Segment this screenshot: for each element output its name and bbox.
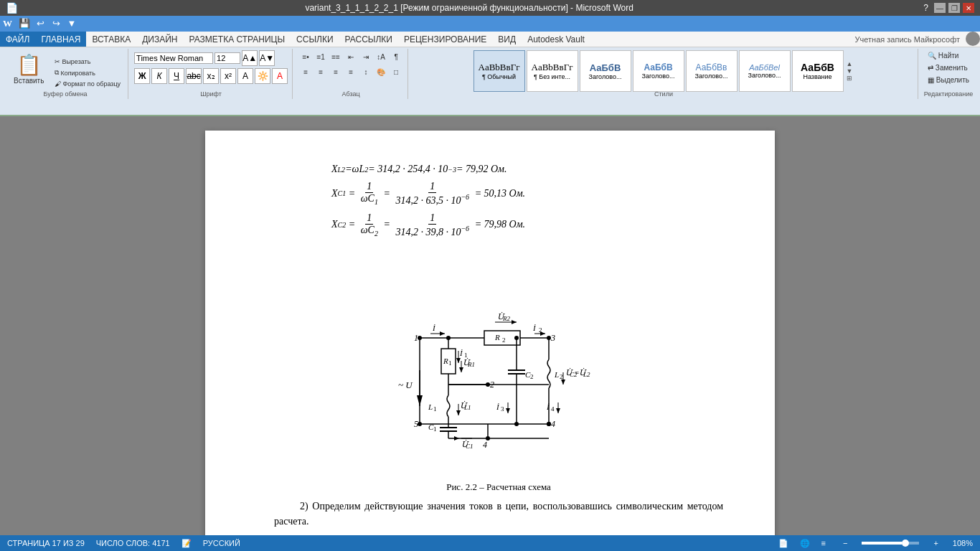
equation-xc1: XC1 = 1 ωC1 = 1 314,2 · 63,5 · 10−6 = 50… (331, 181, 723, 207)
underline-button[interactable]: Ч (169, 68, 184, 84)
select-button[interactable]: ▦ Выделить (924, 75, 973, 85)
menu-insert[interactable]: ВСТАВКА (86, 32, 136, 47)
menu-references[interactable]: ССЫЛКИ (291, 32, 339, 47)
sort-button[interactable]: ↕A (374, 50, 388, 63)
redo-button[interactable]: ↪ (50, 17, 62, 30)
svg-text:1: 1 (448, 359, 452, 367)
numbering-button[interactable]: ≡1 (314, 50, 328, 63)
bullets-button[interactable]: ≡• (298, 50, 313, 63)
italic-button[interactable]: К (151, 68, 167, 84)
save-button[interactable]: 💾 (18, 17, 31, 30)
undo-button[interactable]: ↩ (34, 17, 47, 30)
word-count[interactable]: ЧИСЛО СЛОВ: 4171 (96, 539, 170, 547)
menu-home[interactable]: ГЛАВНАЯ (35, 32, 86, 47)
svg-text:4: 4 (483, 440, 487, 450)
language[interactable]: РУССКИЙ (203, 539, 240, 547)
view-outline-button[interactable]: ≡ (821, 539, 826, 547)
svg-text:L1: L1 (463, 404, 471, 411)
svg-text:2: 2 (539, 326, 542, 334)
menu-view[interactable]: ВИД (492, 32, 522, 47)
close-button[interactable]: ✕ (963, 3, 974, 13)
svg-marker-16 (440, 331, 445, 336)
borders-button[interactable]: □ (389, 65, 403, 78)
font-label: Шрифт (130, 90, 292, 98)
svg-marker-86 (561, 380, 565, 385)
equation-xl2: XL2 = ωL2 = 314,2 · 254,4 · 10−3 = 79,92… (331, 164, 723, 175)
font-name-input[interactable] (134, 52, 213, 64)
svg-marker-67 (454, 436, 459, 441)
account-avatar[interactable] (966, 32, 980, 46)
ribbon: 📋 Вставить ✂ Вырезать ⧉ Копировать 🖌 Фор… (0, 47, 980, 116)
equation-xc2: XC2 = 1 ωC2 = 1 314,2 · 39,8 · 10−6 = 79… (331, 212, 723, 238)
svg-text:2: 2 (502, 336, 506, 344)
justify-button[interactable]: ≡ (344, 65, 358, 78)
style-normal[interactable]: AaBbВвГг ¶ Обычный (473, 50, 525, 92)
text-effects-button[interactable]: A (237, 68, 253, 84)
style-title[interactable]: АаБбВ Название (792, 50, 844, 92)
style-heading3[interactable]: АаБбВв Заголово... (686, 50, 738, 92)
font-color-button[interactable]: A (272, 68, 288, 84)
style-no-spacing[interactable]: AaBbВвГг ¶ Без инте... (527, 50, 578, 92)
menu-file[interactable]: ФАЙЛ (0, 32, 35, 47)
style-heading4[interactable]: АаБбВel Заголово... (739, 50, 791, 92)
styles-group: AaBbВвГг ¶ Обычный AaBbВвГг ¶ Без инте..… (410, 49, 918, 99)
zoom-slider[interactable] (862, 542, 919, 545)
align-right-button[interactable]: ≡ (329, 65, 343, 78)
svg-text:C1: C1 (466, 443, 473, 450)
menu-autodesk[interactable]: Autodesk Vault (522, 32, 590, 47)
menu-design[interactable]: ДИЗАЙН (136, 32, 183, 47)
highlight-button[interactable]: 🔆 (255, 68, 270, 84)
menu-layout[interactable]: РАЗМЕТКА СТРАНИЦЫ (184, 32, 291, 47)
superscript-button[interactable]: x² (220, 68, 236, 84)
minimize-button[interactable]: — (934, 3, 946, 13)
copy-button[interactable]: ⧉ Копировать (52, 67, 123, 78)
replace-button[interactable]: ⇄ Заменить (924, 62, 973, 73)
subscript-button[interactable]: x₂ (203, 68, 219, 84)
style-heading1[interactable]: АаБбВ Заголово... (580, 50, 631, 92)
svg-text:L: L (428, 402, 433, 411)
style-heading2[interactable]: АаБбВ Заголово... (633, 50, 684, 92)
zoom-in-button[interactable]: + (933, 539, 938, 547)
align-left-button[interactable]: ≡ (298, 65, 313, 78)
zoom-level[interactable]: 108% (953, 539, 973, 547)
align-center-button[interactable]: ≡ (314, 65, 328, 78)
shading-button[interactable]: 🎨 (374, 65, 388, 78)
view-web-button[interactable]: 🌐 (800, 539, 810, 548)
view-print-button[interactable]: 📄 (778, 539, 788, 548)
help-button[interactable]: ? (920, 3, 931, 13)
decrease-font-button[interactable]: A▼ (259, 50, 275, 66)
svg-text:5: 5 (414, 419, 418, 429)
increase-font-button[interactable]: A▲ (242, 50, 258, 66)
find-button[interactable]: 🔍 Найти (924, 50, 973, 61)
svg-text:2: 2 (530, 373, 534, 380)
styles-label: Стили (410, 90, 918, 98)
customize-qat-button[interactable]: ▼ (65, 17, 78, 30)
svg-text:R: R (494, 333, 500, 342)
increase-indent-button[interactable]: ⇥ (359, 50, 373, 63)
zoom-out-button[interactable]: − (843, 539, 847, 547)
format-painter-button[interactable]: 🖌 Формат по образцу (52, 79, 123, 89)
line-spacing-button[interactable]: ↕ (359, 65, 373, 78)
word-icon: 📄 (6, 2, 18, 14)
restore-button[interactable]: ❐ (948, 3, 960, 13)
svg-text:R1: R1 (467, 361, 475, 368)
font-size-input[interactable] (215, 52, 240, 64)
page-info[interactable]: СТРАНИЦА 17 ИЗ 29 (7, 539, 85, 547)
menu-review[interactable]: РЕЦЕНЗИРОВАНИЕ (398, 32, 492, 47)
svg-text:İ: İ (496, 402, 500, 411)
decrease-indent-button[interactable]: ⇤ (344, 50, 358, 63)
editing-group: 🔍 Найти ⇄ Заменить ▦ Выделить Редактиров… (920, 49, 977, 99)
cut-button[interactable]: ✂ Вырезать (52, 57, 123, 67)
paste-icon: 📋 (17, 53, 42, 77)
strikethrough-button[interactable]: abc (186, 68, 202, 84)
styles-scroll-arrow[interactable]: ▲ ▼ ⊞ (845, 59, 854, 83)
svg-text:4: 4 (551, 419, 555, 429)
bold-button[interactable]: Ж (134, 68, 150, 84)
multilevel-button[interactable]: ≡≡ (329, 50, 343, 63)
paste-button[interactable]: 📋 Вставить (7, 50, 50, 95)
show-formatting-button[interactable]: ¶ (389, 50, 403, 63)
svg-text:~ U: ~ U (398, 380, 413, 390)
circuit-diagram: 1 5 2 3 4 ~ U (274, 245, 723, 474)
svg-text:R2: R2 (502, 315, 510, 322)
menu-mailings[interactable]: РАССЫЛКИ (339, 32, 398, 47)
